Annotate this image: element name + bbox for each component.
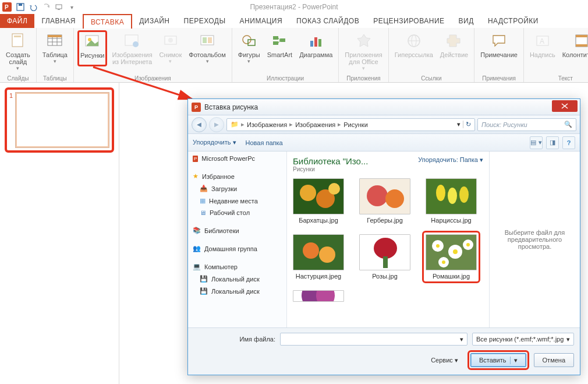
- dialog-titlebar[interactable]: P Вставка рисунка: [188, 99, 580, 115]
- view-menu-button[interactable]: ▤ ▾: [530, 136, 543, 149]
- file-item-1[interactable]: Герберы.jpg: [359, 178, 410, 224]
- shapes-label: Фигуры: [238, 51, 260, 58]
- apps-button[interactable]: Приложения для Office ▾: [342, 30, 384, 72]
- file-item-4[interactable]: Розы.jpg: [359, 234, 410, 280]
- tab-view[interactable]: ВИД: [452, 14, 481, 28]
- tools-button[interactable]: Сервис ▾: [431, 357, 458, 364]
- textbox-button[interactable]: A Надпись: [527, 30, 558, 59]
- hyperlink-label: Гиперссылка: [395, 51, 433, 58]
- svg-rect-26: [273, 41, 278, 45]
- tree-recent[interactable]: ▦Недавние места: [188, 195, 286, 207]
- file-item-3[interactable]: Настурция.jpeg: [293, 234, 344, 280]
- images-group-label: Изображения: [74, 75, 232, 82]
- tab-transitions[interactable]: ПЕРЕХОДЫ: [177, 14, 233, 28]
- photo-album-button[interactable]: Фотоальбом ▾: [186, 30, 228, 66]
- tab-slideshow[interactable]: ПОКАЗ СЛАЙДОВ: [289, 14, 366, 28]
- breadcrumb-1[interactable]: Изображения: [295, 121, 335, 128]
- action-label: Действие: [440, 51, 468, 58]
- apps-group-label: Приложения: [339, 75, 388, 82]
- tree-downloads[interactable]: 📥Загрузки: [188, 182, 286, 195]
- slide-thumbnail-1[interactable]: 1: [5, 87, 114, 153]
- pictures-button[interactable]: Рисунки: [77, 30, 108, 66]
- tree-local2[interactable]: 💾Локальный диск: [188, 285, 286, 297]
- action-button[interactable]: Действие: [438, 30, 470, 59]
- svg-point-59: [319, 246, 335, 263]
- new-slide-button[interactable]: Создать слайд ▾: [3, 30, 33, 72]
- tree-desktop[interactable]: 🖥Рабочий стол: [188, 207, 286, 219]
- tab-animation[interactable]: АНИМАЦИЯ: [233, 14, 289, 28]
- svg-point-56: [459, 186, 469, 203]
- save-icon[interactable]: [14, 1, 27, 13]
- preview-hint: Выберите файл для предварительного просм…: [495, 229, 574, 250]
- file-name: Герберы.jpg: [367, 217, 403, 224]
- smartart-icon: [270, 31, 289, 50]
- group-slides: Создать слайд ▾ Слайды: [0, 28, 37, 82]
- svg-line-28: [278, 38, 280, 40]
- action-icon: [445, 31, 463, 50]
- file-name: Розы.jpg: [372, 273, 398, 280]
- tree-homegroup[interactable]: 👥Домашняя группа: [188, 241, 286, 255]
- breadcrumb-0[interactable]: Изображения: [247, 121, 287, 128]
- headerfooter-button[interactable]: Колонтитулы: [560, 30, 588, 59]
- organize-button[interactable]: Упорядочить ▾: [193, 139, 236, 146]
- tree-favorites[interactable]: ★Избранное: [188, 169, 286, 182]
- hyperlink-button[interactable]: Гиперссылка: [392, 30, 435, 59]
- tree-computer[interactable]: 💻Компьютер: [188, 259, 286, 273]
- table-icon: [45, 31, 64, 50]
- tab-insert[interactable]: ВСТАВКА: [83, 14, 132, 29]
- filter-combo[interactable]: Все рисунки (*.emf;*.wmf;*.jpg▾: [472, 333, 574, 346]
- screenshot-label: Снимок: [160, 51, 182, 58]
- dialog-toolbar: Упорядочить ▾ Новая папка ▤ ▾ ◨ ?: [188, 134, 580, 152]
- tree-local1[interactable]: 💾Локальный диск: [188, 273, 286, 285]
- svg-rect-4: [56, 5, 62, 9]
- new-folder-button[interactable]: Новая папка: [246, 139, 283, 146]
- insert-picture-dialog: P Вставка рисунка ◄ ► 📁 ▸ Изображения ▸ …: [187, 98, 580, 375]
- tree-libraries[interactable]: 📚Библиотеки: [188, 223, 286, 237]
- comment-button[interactable]: Примечание: [478, 30, 520, 59]
- file-item-partial[interactable]: [293, 290, 344, 302]
- screenshot-button[interactable]: Снимок ▾: [157, 30, 185, 66]
- tab-review[interactable]: РЕЦЕНЗИРОВАНИЕ: [366, 14, 451, 28]
- nav-back-button[interactable]: ◄: [192, 117, 207, 132]
- shapes-button[interactable]: Фигуры ▾: [236, 30, 263, 65]
- tree-ms-powerpoint[interactable]: PMicrosoft PowerPс: [188, 152, 286, 164]
- online-pictures-button[interactable]: Изображения из Интернета: [109, 30, 154, 66]
- folder-tree[interactable]: PMicrosoft PowerPс ★Избранное 📥Загрузки …: [188, 152, 287, 327]
- chart-button[interactable]: Диаграмма: [297, 30, 335, 65]
- table-button[interactable]: Таблица ▾: [40, 30, 70, 65]
- nav-forward-button[interactable]: ►: [209, 117, 224, 132]
- arrange-by[interactable]: Упорядочить: Папка ▾: [418, 156, 483, 164]
- group-text: A Надпись Колонтитулы Текст: [524, 28, 588, 82]
- svg-point-51: [367, 185, 388, 206]
- insert-button[interactable]: Вставить▾: [470, 353, 526, 367]
- tab-design[interactable]: ДИЗАЙН: [132, 14, 176, 28]
- address-bar[interactable]: 📁 ▸ Изображения ▸ Изображения ▸ Рисунки …: [226, 118, 475, 131]
- start-from-beginning-icon[interactable]: [52, 1, 65, 13]
- tab-home[interactable]: ГЛАВНАЯ: [34, 14, 83, 28]
- online-pictures-icon: [123, 31, 141, 50]
- links-group-label: Ссылки: [389, 75, 474, 82]
- filename-input[interactable]: ▾: [280, 333, 467, 346]
- qat-dropdown-icon[interactable]: ▾: [65, 1, 78, 13]
- file-list[interactable]: Библиотека "Изо... Рисунки Упорядочить: …: [287, 152, 490, 327]
- tables-group-label: Таблицы: [37, 75, 73, 82]
- search-box[interactable]: Поиск: Рисунки 🔍: [477, 118, 576, 131]
- close-button[interactable]: [552, 100, 578, 112]
- file-item-0[interactable]: Бархатцы.jpg: [293, 178, 344, 224]
- redo-icon[interactable]: [40, 1, 52, 13]
- preview-pane-button[interactable]: ◨: [546, 136, 559, 149]
- file-thumb: [293, 178, 344, 214]
- breadcrumb-2[interactable]: Рисунки: [343, 121, 368, 128]
- comments-group-label: Примечания: [474, 75, 523, 82]
- file-item-5[interactable]: Ромашки.jpg: [426, 234, 477, 280]
- undo-icon[interactable]: [27, 1, 40, 13]
- file-item-2[interactable]: Нарциссы.jpg: [426, 178, 477, 224]
- smartart-label: SmartArt: [267, 51, 292, 58]
- tab-addins[interactable]: НАДСТРОЙКИ: [481, 14, 546, 28]
- tab-file[interactable]: ФАЙЛ: [0, 14, 34, 28]
- help-button[interactable]: ?: [562, 136, 575, 149]
- svg-point-49: [328, 183, 340, 195]
- smartart-button[interactable]: SmartArt: [265, 30, 295, 65]
- cancel-button[interactable]: Отмена: [534, 353, 574, 367]
- svg-rect-21: [203, 37, 207, 43]
